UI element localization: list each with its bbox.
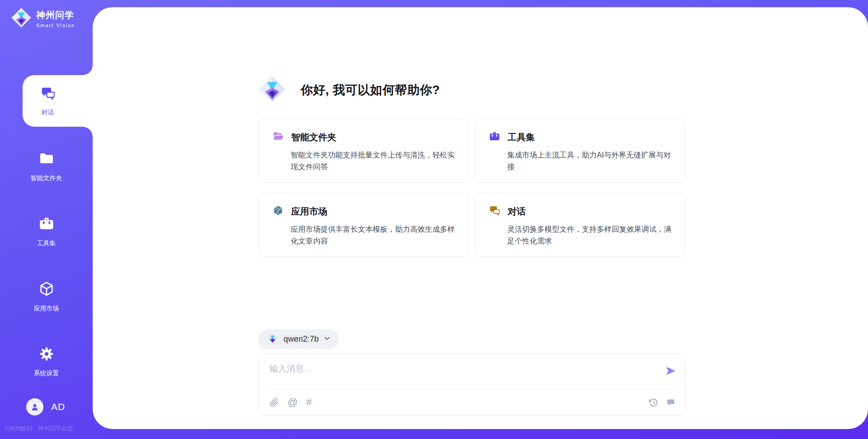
attachment-icon[interactable] <box>269 398 279 407</box>
sidebar-item-label: 工具集 <box>37 239 56 248</box>
card-toolbox[interactable]: 工具集 集成市场上主流工具，助力AI与外界无缝扩展与对接 <box>475 119 685 183</box>
card-title: 对话 <box>508 205 526 218</box>
toolbox-icon <box>38 215 55 234</box>
sidebar-item-label: 对话 <box>42 109 54 117</box>
card-chat[interactable]: 对话 灵活切换多模型文件，支持多样回复效果调试，满足个性化需求 <box>475 193 685 257</box>
card-desc: 智能文件夹功能支持批量文件上传与清洗，轻松实现文件问答 <box>291 149 458 172</box>
card-title: 智能文件夹 <box>291 131 336 143</box>
card-desc: 灵活切换多模型文件，支持多样回复效果调试，满足个性化需求 <box>507 224 674 247</box>
sidebar-footer: ©神州数码 · 神州问学出品 <box>0 415 93 439</box>
history-icon[interactable] <box>649 398 658 407</box>
chat-icon <box>489 205 500 218</box>
card-title: 应用市场 <box>291 205 327 218</box>
main-panel: 你好, 我可以如何帮助你? 智能文件夹 智能文件夹功能支持批量文件上传与清洗，轻… <box>93 7 868 429</box>
card-desc: 应用市场提供丰富长文本模板，助力高效生成多样化文章内容 <box>291 224 458 247</box>
sidebar-item-label: 系统设置 <box>34 369 59 377</box>
user-row[interactable]: AD <box>0 398 93 415</box>
greeting-title: 你好, 我可以如何帮助你? <box>301 82 440 98</box>
cube-icon <box>38 281 55 299</box>
message-inputbox: @ # <box>258 353 685 415</box>
card-title: 工具集 <box>508 131 535 143</box>
gear-icon <box>39 346 54 363</box>
sidebar-nav: 对话 智能文件夹 <box>0 75 93 387</box>
brand-diamond-icon <box>267 333 278 346</box>
sidebar-item-smart-folder[interactable]: 智能文件夹 <box>0 140 93 192</box>
avatar[interactable] <box>26 398 43 415</box>
toolbox-icon <box>489 130 500 144</box>
brand-title: 神州问学 <box>36 9 75 21</box>
cube-grid-icon <box>272 205 284 218</box>
chevron-down-icon <box>324 335 330 344</box>
send-icon[interactable] <box>665 365 677 379</box>
mention-icon[interactable]: @ <box>288 397 297 407</box>
folder-open-icon <box>272 130 284 144</box>
brand: 神州问学 Smart Vision <box>0 0 93 30</box>
message-input[interactable] <box>259 354 685 389</box>
brand-subtitle: Smart Vision <box>36 23 75 28</box>
sidebar-item-settings[interactable]: 系统设置 <box>0 336 93 387</box>
folder-icon <box>38 150 55 168</box>
sidebar-item-chat[interactable]: 对话 <box>23 75 93 127</box>
sidebar-item-label: 应用市场 <box>34 305 59 313</box>
chat-icon <box>40 86 56 103</box>
sidebar-item-toolbox[interactable]: 工具集 <box>0 205 93 257</box>
card-smart-folder[interactable]: 智能文件夹 智能文件夹功能支持批量文件上传与清洗，轻松实现文件问答 <box>258 119 469 183</box>
brand-diamond-icon <box>258 75 286 105</box>
card-desc: 集成市场上主流工具，助力AI与外界无缝扩展与对接 <box>507 149 674 172</box>
model-selector[interactable]: qwen2:7b <box>258 329 339 349</box>
sidebar-item-label: 智能文件夹 <box>31 174 62 182</box>
chat-bubble-icon[interactable] <box>666 398 676 407</box>
feature-cards: 智能文件夹 智能文件夹功能支持批量文件上传与清洗，轻松实现文件问答 <box>258 119 685 257</box>
model-name: qwen2:7b <box>283 334 319 344</box>
user-icon <box>29 401 40 412</box>
user-name: AD <box>51 401 65 412</box>
card-app-market[interactable]: 应用市场 应用市场提供丰富长文本模板，助力高效生成多样化文章内容 <box>258 193 469 257</box>
greeting: 你好, 我可以如何帮助你? <box>258 75 685 105</box>
sidebar: 神州问学 Smart Vision 对话 <box>0 0 93 439</box>
hashtag-icon[interactable]: # <box>306 397 311 407</box>
brand-diamond-icon <box>11 7 32 30</box>
sidebar-item-app-market[interactable]: 应用市场 <box>0 271 93 322</box>
composer: qwen2:7b @ # <box>258 329 685 415</box>
